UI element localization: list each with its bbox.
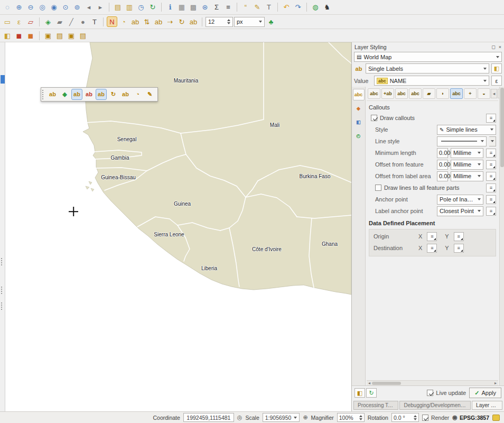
destination-y-override-icon[interactable]: ≡ [454,244,464,253]
zoom-in-icon[interactable]: ⊕ [14,2,24,13]
shadow-tab[interactable]: ◗ [436,88,449,99]
polygon-annotation-icon[interactable]: ▰ [54,16,65,27]
rotation-input[interactable]: 0.0 ° [391,413,419,422]
line-style-dropdown-button[interactable] [489,136,496,146]
origin-x-override-icon[interactable]: ≡ [427,232,437,241]
fill-color-icon[interactable]: ◼ [14,30,24,41]
scroll-right-icon[interactable]: ▸ [493,381,498,385]
offset-from-label-area-input[interactable]: 0.000000 [437,171,448,181]
move-label-button[interactable]: ab [96,89,107,100]
anchor-point-combo[interactable]: Pole of Inaccessibility [437,195,483,205]
font-unit-combo[interactable]: px [234,17,265,27]
copy-format-icon[interactable]: ▣ [66,30,77,41]
magnifier-input[interactable]: 100% [337,413,365,422]
marker-annotation-icon[interactable]: ● [78,16,88,27]
dock-tab-indicator[interactable] [1,75,5,84]
formatting-tab[interactable]: +ab [381,88,394,99]
crs-indicator[interactable]: ◉ EPSG:3857 [452,414,489,421]
panel-handle-icon[interactable] [1,287,4,294]
draw-callouts-checkbox[interactable]: Draw callouts [371,115,415,121]
coordinate-input[interactable]: 1992459,1115481 [183,413,234,422]
statistics-icon[interactable]: Σ [211,2,222,13]
new-annotation-icon[interactable]: ✎ [252,2,263,13]
background-tab[interactable]: ▰ [423,88,435,99]
scroll-left-icon[interactable]: ◂ [367,381,372,385]
zoom-native-icon[interactable]: ◉ [49,2,59,13]
apply-button[interactable]: ✓ Apply [469,388,501,398]
pin-unpin-labels-button[interactable]: ◈ [59,89,70,100]
refresh-map-icon[interactable]: ↻ [147,2,158,13]
paste-format-icon[interactable]: ▤ [78,30,88,41]
value-field-combo[interactable]: abc NAME [374,76,489,86]
data-defined-override-icon[interactable]: ≡ [486,183,496,192]
line-annotation-icon[interactable]: ╱ [66,16,77,27]
label-anchor-point-combo[interactable]: Closest Point [437,206,483,216]
osm-place-search-icon[interactable]: ♞ [322,2,332,13]
highlight-pinned-labels-button[interactable]: ab [47,89,58,100]
identify-features-icon[interactable]: ℹ [165,2,175,13]
paste-style-icon[interactable]: ▤ [54,30,65,41]
copy-style-icon[interactable]: ▣ [43,30,53,41]
temporal-controller-icon[interactable]: ◷ [136,2,146,13]
hide-label-button[interactable]: ab [83,89,95,100]
callouts-tab[interactable]: abc [450,88,463,99]
show-bookmarks-icon[interactable]: ▥ [124,2,135,13]
layer-selector-combo[interactable]: ▤ World Map [354,52,502,62]
render-checkbox[interactable]: Render [422,415,449,421]
live-update-checkbox[interactable]: Live update [427,390,466,396]
show-hidden-labels-button[interactable]: ab [71,89,82,100]
text-annotation-tool-icon[interactable]: T [89,16,100,27]
rotate-label-icon[interactable]: ↻ [176,16,187,27]
rendering-tab[interactable]: ◒ [478,88,490,99]
pin-unpin-labels-icon[interactable]: ⇅ [142,16,152,27]
text-annotation-icon[interactable]: T [264,2,274,13]
processing-toolbox-icon[interactable]: ⊛ [200,2,210,13]
symbology-tab-icon[interactable]: ◆ [353,103,365,114]
move-label-icon[interactable]: ⇢ [165,16,175,27]
style-manager-icon[interactable]: ◧ [2,30,13,41]
attribute-table-icon[interactable]: ▦ [176,2,187,13]
callout-style-combo[interactable]: ✎ Simple lines [437,125,496,135]
deselect-all-icon[interactable]: ▱ [25,16,36,27]
select-rectangle-icon[interactable]: ▭ [2,16,13,27]
panel-refresh-icon[interactable]: ↻ [366,388,377,398]
label-mode-combo[interactable]: Single Labels [366,63,489,73]
map-tips-icon[interactable]: “ [240,2,251,13]
font-size-input[interactable]: 12 [206,17,233,27]
scrollbar-thumb[interactable] [500,88,504,167]
panel-handle-icon[interactable] [1,258,4,265]
font-size-spin-buttons[interactable] [227,19,230,24]
extent-icon[interactable]: ◎ [237,414,242,421]
placement-tab[interactable]: + [464,88,477,99]
horizontal-scrollbar[interactable]: ◂ ▸ [367,380,498,385]
metasearch-icon[interactable]: ◍ [310,2,321,13]
new-annotation-layer-icon[interactable]: ◈ [43,16,53,27]
mask-format-tab[interactable]: abc [409,88,422,99]
zoom-out-icon[interactable]: ⊖ [25,2,36,13]
messages-icon[interactable] [492,415,500,421]
edit-label-button[interactable]: ✎ [144,89,155,100]
dock-tab[interactable]: Layer S... [472,401,502,410]
select-by-expression-icon[interactable]: ε [14,16,24,27]
highlight-pinned-labels-icon[interactable]: ab [130,16,141,27]
line-style-combo[interactable] [437,136,487,146]
data-defined-override-icon[interactable]: ≡ [486,195,496,204]
dock-tab[interactable]: Debugging/Development ... [399,401,471,410]
layout-manager-icon[interactable]: ≡ [223,2,234,13]
dock-tab[interactable]: Processing To... [353,401,398,410]
zoom-full-icon[interactable]: ◎ [37,2,48,13]
layer-diagram-options-icon[interactable]: ◔ [118,16,129,27]
data-defined-override-icon[interactable]: ≡ [486,149,496,158]
scale-combo[interactable]: 1:9056950 [263,413,300,422]
buffer-tab[interactable]: abc [395,88,408,99]
destination-x-override-icon[interactable]: ≡ [427,244,437,253]
field-calculator-icon[interactable]: ▩ [188,2,199,13]
undock-panel-icon[interactable]: ◻ [491,44,495,50]
data-defined-override-icon[interactable]: ≡ [486,172,496,181]
panel-handle-icon[interactable] [1,302,4,310]
change-diagram-button[interactable]: ◔ [132,89,143,100]
new-bookmark-icon[interactable]: ▤ [113,2,123,13]
zoom-next-icon[interactable]: ▸ [95,2,106,13]
close-panel-icon[interactable]: × [499,44,501,50]
offset-from-label-area-unit-combo[interactable]: Millime [451,171,483,181]
